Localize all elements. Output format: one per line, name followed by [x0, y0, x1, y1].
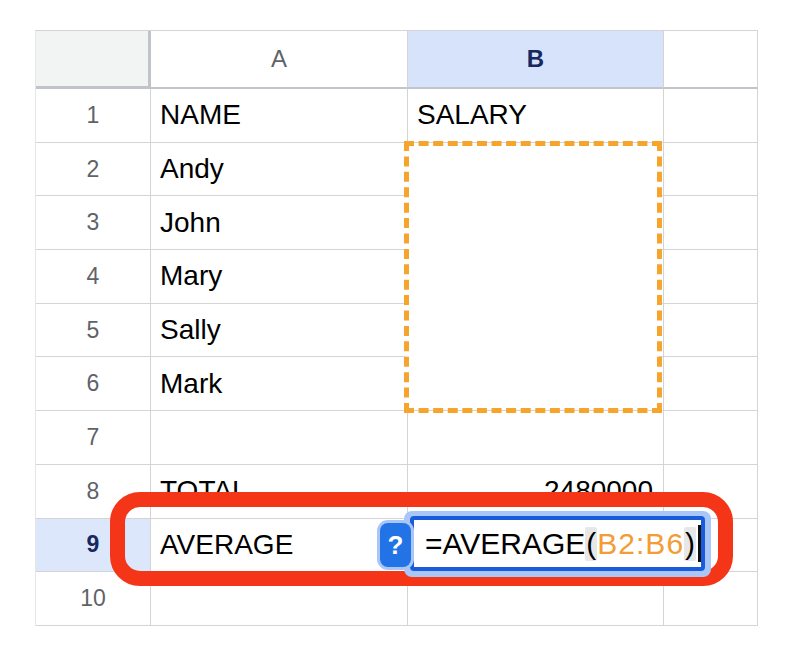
- cell-b7[interactable]: [408, 411, 664, 465]
- row-header-7[interactable]: 7: [36, 411, 151, 465]
- row-header-4[interactable]: 4: [36, 250, 151, 304]
- formula-open-paren: (: [585, 527, 597, 561]
- formula-prefix: =AVERAGE: [425, 527, 585, 561]
- cell-b1[interactable]: SALARY: [408, 89, 664, 143]
- cell-c4[interactable]: [664, 250, 758, 304]
- cell-a4[interactable]: Mary: [151, 250, 408, 304]
- formula-close-paren: ): [684, 527, 696, 561]
- row-header-6[interactable]: 6: [36, 357, 151, 411]
- cell-c6[interactable]: [664, 357, 758, 411]
- spreadsheet-screenshot: A B 1 NAME SALARY 2 Andy 450000 3 John 3…: [0, 0, 790, 650]
- row-header-1[interactable]: 1: [36, 89, 151, 143]
- formula-range-ref: B2:B6: [597, 527, 684, 561]
- cell-a7[interactable]: [151, 411, 408, 465]
- cell-a1[interactable]: NAME: [151, 89, 408, 143]
- cell-a3[interactable]: John: [151, 196, 408, 250]
- column-header-c[interactable]: [664, 31, 758, 89]
- range-selection-border[interactable]: [404, 141, 662, 413]
- cell-a6[interactable]: Mark: [151, 357, 408, 411]
- formula-editor[interactable]: =AVERAGE(B2:B6): [410, 516, 705, 571]
- cell-a5[interactable]: Sally: [151, 304, 408, 358]
- cell-c3[interactable]: [664, 196, 758, 250]
- row-header-3[interactable]: 3: [36, 196, 151, 250]
- cell-c1[interactable]: [664, 89, 758, 143]
- text-cursor: [698, 525, 701, 562]
- cell-a2[interactable]: Andy: [151, 143, 408, 197]
- cell-c5[interactable]: [664, 304, 758, 358]
- column-header-b-selected[interactable]: B: [408, 31, 664, 89]
- row-header-2[interactable]: 2: [36, 143, 151, 197]
- row-header-5[interactable]: 5: [36, 304, 151, 358]
- cell-c7[interactable]: [664, 411, 758, 465]
- select-all-corner[interactable]: [36, 31, 151, 89]
- column-header-a[interactable]: A: [151, 31, 408, 89]
- cell-c2[interactable]: [664, 143, 758, 197]
- formula-help-icon[interactable]: ?: [380, 523, 411, 567]
